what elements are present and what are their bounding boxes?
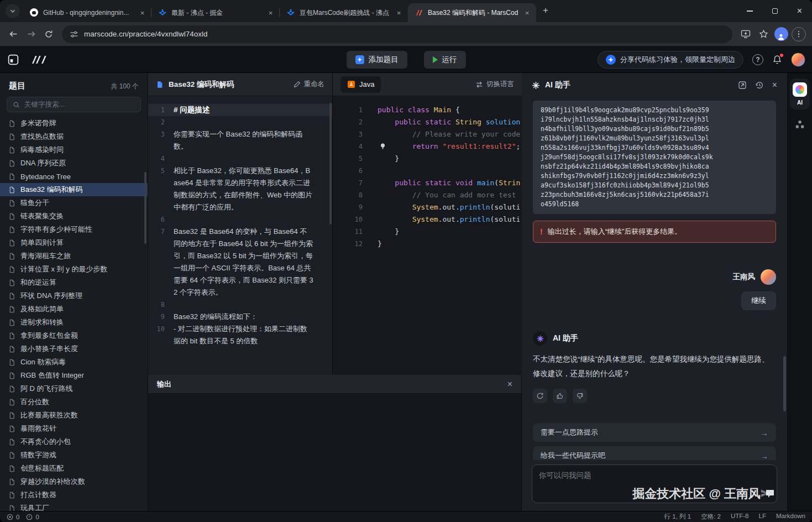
status-item[interactable]: 空格: 2 (701, 513, 721, 521)
code-line[interactable]: 9 System.out.println(soluti (333, 201, 522, 213)
suggestion-chip[interactable]: 需要一点思路提示 → (533, 423, 776, 442)
code-line[interactable]: 8 // You can add more test (333, 189, 522, 201)
ai-close-icon[interactable]: × (772, 81, 777, 90)
regenerate-button[interactable] (533, 389, 547, 403)
problem-list-item[interactable]: 环状 DNA 序列整理 (0, 289, 148, 302)
problem-list-item[interactable]: 比赛最高获胜次数 (0, 409, 148, 422)
sidebar-scrollbar[interactable] (144, 172, 146, 244)
problem-list-item[interactable]: 及格如此简单 (0, 302, 148, 316)
help-button[interactable]: ? (752, 54, 763, 65)
problem-list-item[interactable]: 玩具工厂 (0, 502, 148, 511)
window-maximize-button[interactable] (762, 0, 787, 22)
tab-close-icon[interactable]: × (266, 8, 275, 18)
code-line[interactable]: 2 public static String solution (333, 116, 522, 128)
problem-list-item[interactable]: 猜数字游戏 (0, 448, 148, 462)
problem-list-item[interactable]: 查找热点数据 (0, 130, 148, 143)
browser-menu-button[interactable] (790, 25, 808, 43)
run-button[interactable]: 运行 (424, 51, 466, 69)
browser-tab[interactable]: 豆包MarsCode刷题挑战 - 沸点... × (280, 3, 408, 22)
code-line[interactable]: 7 public static void main(Strin (333, 177, 522, 189)
warning-count[interactable]: 0 (26, 514, 39, 520)
code-line[interactable]: 5 } (333, 153, 522, 165)
problem-list-item[interactable]: 打点计数器 (0, 488, 148, 502)
problem-list-item[interactable]: Cion 勒索病毒 (0, 356, 148, 369)
problem-list-item[interactable]: 多米诺骨牌 (0, 117, 148, 130)
problem-list-item[interactable]: 简单四则计算 (0, 236, 148, 249)
tools-button[interactable] (794, 119, 805, 130)
problem-list-item[interactable]: 链表聚集交换 (0, 210, 148, 223)
panel-toggle-button[interactable] (8, 54, 19, 65)
status-item[interactable]: LF (759, 513, 766, 521)
marscode-logo[interactable] (30, 54, 49, 65)
status-problems[interactable]: 0 0 (7, 514, 39, 520)
window-minimize-button[interactable] (737, 0, 762, 22)
address-bar[interactable]: marscode.cn/practice/4vxndlwl74oxld (62, 25, 732, 43)
send-button[interactable] (760, 488, 770, 498)
tab-close-icon[interactable]: × (394, 8, 404, 18)
tab-close-icon[interactable]: × (138, 8, 147, 18)
code-line[interactable]: 6 (333, 165, 522, 177)
problem-list-item[interactable]: 创意标题匹配 (0, 462, 148, 475)
problem-list-item[interactable]: 病毒感染时间 (0, 143, 148, 156)
tab-search-button[interactable] (6, 4, 20, 18)
back-button[interactable] (4, 25, 22, 43)
problem-list-item[interactable]: 猫鱼分干 (0, 196, 148, 210)
output-tab[interactable]: 输出 (157, 379, 171, 389)
problem-list-item[interactable]: 穿越沙漠的补给次数 (0, 475, 148, 488)
problem-list-item[interactable]: 进制求和转换 (0, 316, 148, 329)
status-item[interactable]: Markdown (776, 513, 805, 521)
new-tab-button[interactable]: + (538, 3, 553, 18)
bookmark-button[interactable] (755, 25, 772, 43)
thumbs-up-button[interactable] (553, 389, 567, 403)
browser-profile-button[interactable] (772, 25, 790, 43)
thumbs-down-button[interactable] (573, 389, 587, 403)
install-app-button[interactable] (737, 25, 755, 43)
tab-close-icon[interactable]: × (522, 8, 532, 18)
problem-list-item[interactable]: 计算位置 x 到 y 的最少步数 (0, 263, 148, 276)
problem-list-item[interactable]: 不再贪心的小包 (0, 435, 148, 448)
ai-toggle-button[interactable]: AI (790, 79, 810, 109)
add-problem-button[interactable]: + 添加题目 (347, 51, 407, 69)
problem-list-item[interactable]: 百分位数 (0, 395, 148, 409)
code-line[interactable]: 12 } (333, 238, 522, 250)
browser-tab[interactable]: Base32 编码和解码 - MarsCod... × (408, 3, 536, 22)
problem-list-item[interactable]: 字符串有多少种可能性 (0, 223, 148, 236)
code-line[interactable]: 10 System.out.println(soluti (333, 213, 522, 226)
ai-scrollbar[interactable] (783, 356, 786, 411)
window-close-button[interactable]: × (787, 0, 812, 22)
browser-tab[interactable]: 最新 - 沸点 - 掘金 × (151, 3, 280, 22)
problem-list-item[interactable]: 拿到最多红包金额 (0, 329, 148, 342)
output-close-icon[interactable]: × (507, 380, 512, 389)
problem-list-item[interactable]: Bytedance Tree (0, 170, 148, 183)
suggestion-chip[interactable]: 给我一些代码提示吧 → (533, 446, 776, 460)
browser-tab[interactable]: GitHub - qingqingdeningnin... × (23, 3, 151, 22)
problem-list-item[interactable]: 暴雨救花针 (0, 422, 148, 435)
ai-input[interactable] (539, 471, 770, 497)
search-input[interactable] (24, 101, 135, 108)
switch-language-button[interactable]: 切换语言 (475, 80, 514, 89)
error-count[interactable]: 0 (7, 514, 19, 520)
rename-button[interactable]: 重命名 (294, 80, 325, 89)
problem-list-item[interactable]: 阿 D 的飞行路线 (0, 382, 148, 395)
problem-list-item[interactable]: Base32 编码和解码 (0, 183, 148, 196)
code-line[interactable]: 1 public class Main { (333, 104, 522, 116)
promo-banner[interactable]: 分享代码练习体验，领限量定制周边 (598, 51, 743, 69)
notifications-button[interactable] (772, 55, 782, 65)
reload-button[interactable] (40, 25, 57, 43)
user-avatar[interactable] (791, 53, 805, 67)
forward-button[interactable] (22, 25, 40, 43)
code-editor[interactable]: 1 public class Main { 2 public static St… (333, 96, 522, 375)
code-line[interactable]: 4 return "result1:result2"; (333, 140, 522, 153)
language-tab[interactable]: Java (340, 76, 381, 93)
problem-list-item[interactable]: DNA 序列还原 (0, 156, 148, 170)
description-scrollbar[interactable] (329, 103, 332, 225)
status-item[interactable]: 行 1, 列 1 (664, 513, 691, 521)
status-item[interactable]: UTF-8 (731, 513, 749, 521)
new-chat-icon[interactable] (738, 81, 747, 90)
problem-list-item[interactable]: 和的逆运算 (0, 276, 148, 289)
code-line[interactable]: 11 } (333, 226, 522, 238)
problem-list-item[interactable]: 青海湖租车之旅 (0, 249, 148, 263)
code-line[interactable]: 3 // Please write your code (333, 128, 522, 140)
problem-list-item[interactable]: 最小替换子串长度 (0, 342, 148, 356)
problem-list-item[interactable]: RGB 色值转 Integer (0, 369, 148, 382)
